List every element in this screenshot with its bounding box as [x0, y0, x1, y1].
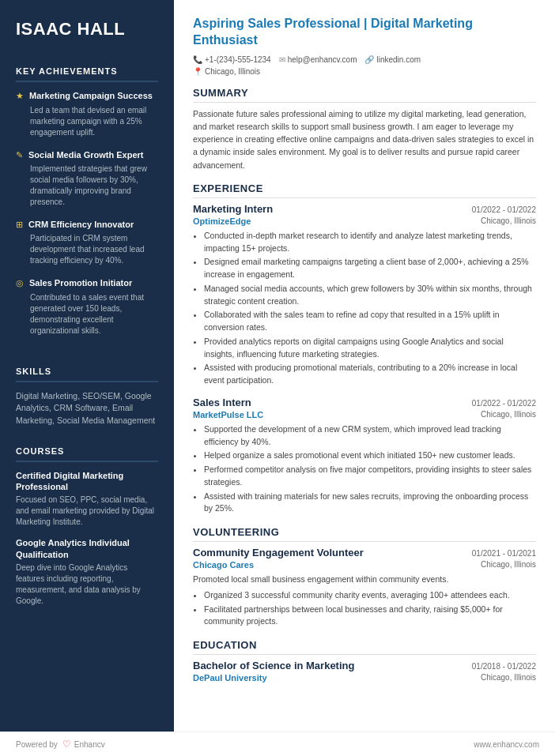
achievement-2-desc: Implemented strategies that grew social …: [16, 164, 158, 208]
achievement-2-title: Social Media Growth Expert: [28, 149, 143, 160]
achievement-3: ⊞ CRM Efficiency Innovator Participated …: [16, 219, 158, 266]
exp-2-bullet-4: Assisted with training materials for new…: [204, 491, 536, 516]
heart-icon: ♡: [62, 739, 71, 750]
location-icon: 📍: [193, 67, 202, 76]
course-2-desc: Deep dive into Google Analytics features…: [16, 562, 158, 607]
crm-icon: ⊞: [16, 220, 23, 230]
footer-left: Powered by ♡ Enhancv: [16, 739, 105, 750]
exp-1-role: Marketing Intern: [193, 203, 273, 215]
edu-1-subheader: DePaul University Chicago, Illinois: [193, 673, 536, 683]
main-content: Aspiring Sales Professional | Digital Ma…: [174, 0, 555, 732]
volunteering-title: VOLUNTEERING: [193, 526, 536, 542]
courses-section: COURSES Certified Digital Marketing Prof…: [0, 435, 174, 624]
exp-2-role: Sales Intern: [193, 397, 251, 408]
main-title: Aspiring Sales Professional | Digital Ma…: [193, 16, 536, 49]
edu-1-date: 01/2018 - 01/2022: [472, 662, 536, 671]
edu-1-degree: Bachelor of Science in Marketing: [193, 660, 354, 671]
achievement-4-title: Sales Promotion Initiator: [29, 277, 132, 288]
phone-contact: 📞 +1-(234)-555-1234: [193, 55, 271, 64]
exp-2-bullet-3: Performed competitor analysis on five ma…: [204, 464, 536, 489]
linkedin-text: linkedin.com: [376, 55, 421, 64]
phone-text: +1-(234)-555-1234: [205, 55, 271, 64]
main-header: Aspiring Sales Professional | Digital Ma…: [193, 16, 536, 76]
linkedin-contact: 🔗 linkedin.com: [364, 55, 421, 64]
exp-1-location: Chicago, Illinois: [481, 216, 536, 226]
vol-item-1: Community Engagement Volunteer 01/2021 -…: [193, 547, 536, 628]
exp-2-company: MarketPulse LLC: [193, 410, 263, 419]
vol-1-bullet-1: Organized 3 successful community charity…: [204, 589, 536, 602]
exp-item-1: Marketing Intern 01/2022 - 01/2022 Optim…: [193, 203, 536, 387]
achievement-3-header: ⊞ CRM Efficiency Innovator: [16, 219, 158, 230]
vol-1-bullet-2: Facilitated partnerships between local b…: [204, 604, 536, 629]
email-text: help@enhancv.com: [288, 55, 357, 64]
exp-1-header: Marketing Intern 01/2022 - 01/2022: [193, 203, 536, 215]
course-1-title: Certified Digital Marketing Professional: [16, 470, 158, 493]
exp-1-company: OptimizeEdge: [193, 216, 251, 226]
page-footer: Powered by ♡ Enhancv www.enhancv.com: [0, 732, 555, 756]
exp-item-2: Sales Intern 01/2022 - 01/2022 MarketPul…: [193, 397, 536, 515]
achievement-4-desc: Contributed to a sales event that genera…: [16, 292, 158, 337]
exp-2-date: 01/2022 - 01/2022: [472, 399, 536, 408]
candidate-name: ISAAC HALL: [16, 19, 158, 39]
exp-1-date: 01/2022 - 01/2022: [472, 205, 536, 214]
volunteering-section: VOLUNTEERING Community Engagement Volunt…: [193, 526, 536, 628]
achievement-4-header: ◎ Sales Promotion Initiator: [16, 277, 158, 288]
skills-text: Digital Marketing, SEO/SEM, Google Analy…: [16, 390, 158, 427]
summary-section: SUMMARY Passionate future sales professi…: [193, 87, 536, 171]
exp-1-bullet-1: Conducted in-depth market research to id…: [204, 230, 536, 255]
achievement-1: ★ Marketing Campaign Success Led a team …: [16, 90, 158, 137]
vol-1-header: Community Engagement Volunteer 01/2021 -…: [193, 547, 536, 559]
course-2: Google Analytics Individual Qualificatio…: [16, 537, 158, 607]
education-title: EDUCATION: [193, 639, 536, 655]
achievement-2-header: ✎ Social Media Growth Expert: [16, 149, 158, 160]
achievement-2: ✎ Social Media Growth Expert Implemented…: [16, 149, 158, 208]
pencil-icon: ✎: [16, 150, 23, 160]
powered-by-text: Powered by: [16, 740, 58, 749]
course-1: Certified Digital Marketing Professional…: [16, 470, 158, 528]
enhancv-logo: ♡ Enhancv: [62, 739, 105, 750]
summary-text: Passionate future sales professional aim…: [193, 107, 536, 171]
exp-2-bullet-1: Supported the development of a new CRM s…: [204, 423, 536, 449]
exp-1-bullet-5: Provided analytics reports on digital ca…: [204, 336, 536, 361]
course-2-title: Google Analytics Individual Qualificatio…: [16, 537, 158, 560]
edu-1-location: Chicago, Illinois: [481, 673, 536, 683]
star-icon: ★: [16, 91, 24, 101]
sidebar: ISAAC HALL KEY ACHIEVEMENTS ★ Marketing …: [0, 0, 174, 732]
phone-icon: 📞: [193, 55, 202, 64]
exp-2-location: Chicago, Illinois: [481, 410, 536, 419]
courses-title: COURSES: [16, 446, 158, 462]
exp-1-bullets: Conducted in-depth market research to id…: [193, 230, 536, 387]
achievement-1-title: Marketing Campaign Success: [29, 90, 153, 101]
exp-1-bullet-2: Designed email marketing campaigns targe…: [204, 256, 536, 281]
achievement-1-header: ★ Marketing Campaign Success: [16, 90, 158, 101]
exp-1-bullet-4: Collaborated with the sales team to refi…: [204, 309, 536, 334]
vol-1-location: Chicago, Illinois: [481, 560, 536, 570]
exp-2-subheader: MarketPulse LLC Chicago, Illinois: [193, 410, 536, 419]
email-contact: ✉ help@enhancv.com: [279, 55, 357, 64]
education-section: EDUCATION Bachelor of Science in Marketi…: [193, 639, 536, 683]
achievements-section: KEY ACHIEVEMENTS ★ Marketing Campaign Su…: [0, 55, 174, 355]
vol-1-bullets: Organized 3 successful community charity…: [193, 589, 536, 628]
edu-1-school: DePaul University: [193, 673, 267, 683]
exp-2-header: Sales Intern 01/2022 - 01/2022: [193, 397, 536, 408]
sales-icon: ◎: [16, 278, 24, 288]
achievement-3-desc: Participated in CRM system development t…: [16, 233, 158, 266]
exp-1-subheader: OptimizeEdge Chicago, Illinois: [193, 216, 536, 226]
sidebar-name-section: ISAAC HALL: [0, 0, 174, 55]
summary-title: SUMMARY: [193, 87, 536, 103]
linkedin-icon: 🔗: [364, 55, 374, 64]
contact-row: 📞 +1-(234)-555-1234 ✉ help@enhancv.com 🔗…: [193, 55, 536, 64]
location-text: Chicago, Illinois: [205, 67, 260, 76]
skills-title: SKILLS: [16, 367, 158, 382]
resume-container: ISAAC HALL KEY ACHIEVEMENTS ★ Marketing …: [0, 0, 555, 756]
achievements-title: KEY ACHIEVEMENTS: [16, 66, 158, 82]
edu-1-header: Bachelor of Science in Marketing 01/2018…: [193, 660, 536, 671]
vol-1-org: Chicago Cares: [193, 560, 254, 570]
achievement-1-desc: Led a team that devised an email marketi…: [16, 105, 158, 138]
achievement-4: ◎ Sales Promotion Initiator Contributed …: [16, 277, 158, 336]
footer-website: www.enhancv.com: [474, 740, 539, 749]
vol-1-role: Community Engagement Volunteer: [193, 547, 364, 559]
brand-name: Enhancv: [74, 740, 105, 749]
exp-1-bullet-3: Managed social media accounts, which gre…: [204, 283, 536, 308]
location-row: 📍 Chicago, Illinois: [193, 67, 536, 76]
